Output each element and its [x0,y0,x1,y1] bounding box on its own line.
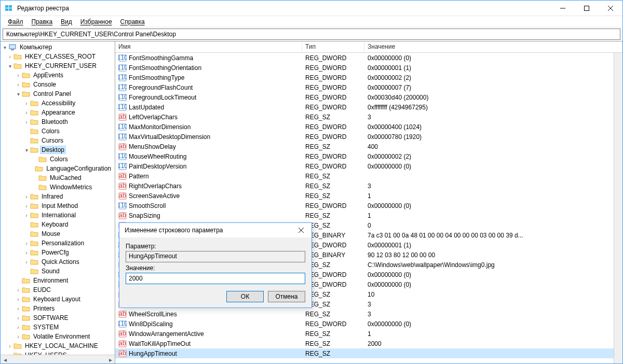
tree-item[interactable]: Colors [1,155,115,164]
tree-pane[interactable]: ▾Компьютер›HKEY_CLASSES_ROOT▾HKEY_CURREN… [1,41,115,363]
list-row[interactable]: 110ForegroundLockTimeoutREG_DWORD0x00030… [115,92,622,102]
list-row[interactable]: 110FontSmoothingTypeREG_DWORD0x00000002 … [115,73,622,82]
tree-item[interactable]: ›SYSTEM [1,323,115,332]
tree-item[interactable]: ›Accessibility [1,99,115,108]
list-row[interactable]: 110MaxVirtualDesktopDimensionREG_DWORD0x… [115,132,622,142]
chevron-right-icon[interactable]: › [23,259,30,265]
chevron-right-icon[interactable]: › [23,213,30,218]
list-row[interactable]: abPatternREG_SZ [115,171,622,181]
list-row[interactable]: 110LastUpdatedREG_DWORD0xffffffff (42949… [115,102,622,112]
tree-item[interactable]: ›HKEY_CLASSES_ROOT [1,52,115,61]
tree-item[interactable]: Sound [1,267,115,276]
dialog-close-button[interactable] [291,223,312,237]
chevron-right-icon[interactable]: › [15,82,21,88]
chevron-right-icon[interactable]: › [15,315,21,321]
list-row[interactable]: abWindowArrangementActiveREG_SZ1 [115,329,622,339]
close-button[interactable] [599,1,622,16]
tree-item[interactable]: LanguageConfiguration [1,164,115,173]
list-row[interactable]: abHungAppTimeoutREG_SZ [115,348,622,358]
list-pane[interactable]: Имя Тип Значение 110FontSmoothingGammaRE… [115,41,622,363]
header-value[interactable]: Значение [364,41,622,52]
minimize-button[interactable] [551,1,575,16]
chevron-right-icon[interactable]: › [15,334,21,340]
tree-item[interactable]: ›SOFTWARE [1,313,115,323]
tree-item[interactable]: Keyboard [1,220,115,229]
cancel-button[interactable]: Отмена [268,291,305,302]
menu-help[interactable]: Справка [117,17,148,26]
list-row[interactable]: 110ForegroundFlashCountREG_DWORD0x000000… [115,82,622,92]
chevron-down-icon[interactable]: ▾ [15,91,21,97]
tree-item[interactable]: ▾Control Panel [1,89,115,99]
tree-item[interactable]: Mouse [1,229,115,239]
list-row[interactable]: abSnapSizingREG_SZ1 [115,211,622,220]
chevron-right-icon[interactable]: › [23,250,30,256]
chevron-right-icon[interactable]: › [7,54,13,60]
chevron-right-icon[interactable]: › [15,73,21,78]
tree-item[interactable]: Environment [1,276,115,285]
tree-item[interactable]: ▾HKEY_CURRENT_USER [1,61,115,71]
chevron-down-icon[interactable]: ▾ [7,63,13,69]
chevron-right-icon[interactable]: › [23,194,30,200]
list-row[interactable]: abWaitToKillAppTimeOutREG_SZ2000 [115,339,622,348]
scroll-right-icon[interactable]: ▸ [106,355,115,363]
chevron-down-icon[interactable]: ▾ [23,147,30,153]
list-row[interactable]: 110PaintDesktopVersionREG_DWORD0x0000000… [115,161,622,171]
ok-button[interactable]: ОК [226,291,264,302]
list-row[interactable]: abLeftOverlapCharsREG_SZ3 [115,112,622,122]
chevron-right-icon[interactable]: › [23,119,30,125]
list-row[interactable]: 110Win8DpiScalingREG_DWORD0x00000000 (0) [115,319,622,329]
list-row[interactable]: abMenuShowDelayREG_SZ400 [115,142,622,151]
chevron-right-icon[interactable]: › [7,343,13,349]
tree-item[interactable]: Cursors [1,136,115,145]
list-row[interactable]: 110SmoothScrollREG_DWORD0x00000000 (0) [115,201,622,211]
tree-item[interactable]: MuiCached [1,173,115,183]
tree-hscroll[interactable]: ◂ ▸ [1,355,115,363]
chevron-right-icon[interactable]: › [23,101,30,106]
chevron-right-icon[interactable]: › [15,306,21,312]
list-row[interactable]: 110MaxMonitorDimensionREG_DWORD0x0000040… [115,122,622,132]
tree-item[interactable]: ›Infrared [1,192,115,201]
tree-item[interactable]: ›Volatile Environment [1,332,115,341]
value-input[interactable] [126,273,305,284]
chevron-right-icon[interactable]: › [15,325,21,330]
chevron-right-icon[interactable]: › [23,203,30,209]
list-row[interactable]: abWheelScrollLinesREG_SZ3 [115,309,622,319]
menu-view[interactable]: Вид [58,17,75,26]
tree-item[interactable]: ›Appearance [1,108,115,117]
menu-edit[interactable]: Правка [29,17,56,26]
chevron-right-icon[interactable]: › [23,110,30,116]
tree-item[interactable]: ›Console [1,80,115,89]
tree-item[interactable]: WindowMetrics [1,183,115,192]
tree-item[interactable]: ▾Desktop [1,145,115,155]
tree-item[interactable]: ›Keyboard Layout [1,295,115,304]
menu-file[interactable]: Файл [5,17,26,26]
chevron-right-icon[interactable]: › [15,287,21,293]
tree-item[interactable]: ›International [1,211,115,220]
list-row[interactable]: 110FontSmoothingGammaREG_DWORD0x00000000… [115,53,622,63]
tree-item[interactable]: Colors [1,127,115,136]
scroll-left-icon[interactable]: ◂ [1,355,9,363]
tree-item[interactable]: ▾Компьютер [1,43,115,52]
tree-item[interactable]: ›HKEY_LOCAL_MACHINE [1,341,115,351]
header-name[interactable]: Имя [115,41,302,52]
chevron-down-icon[interactable]: ▾ [2,45,8,50]
address-bar[interactable]: Компьютер\HKEY_CURRENT_USER\Control Pane… [3,29,620,40]
list-row[interactable]: 110MouseWheelRoutingREG_DWORD0x00000002 … [115,151,622,161]
chevron-right-icon[interactable]: › [15,297,21,302]
header-type[interactable]: Тип [302,41,364,52]
tree-item[interactable]: ›Personalization [1,239,115,248]
tree-item[interactable]: ›Bluetooth [1,117,115,127]
list-row[interactable]: abScreenSaveActiveREG_SZ1 [115,191,622,201]
list-row[interactable]: 110FontSmoothingOrientationREG_DWORD0x00… [115,63,622,73]
tree-item[interactable]: ›Printers [1,304,115,313]
maximize-button[interactable] [575,1,599,16]
tree-item[interactable]: ›Quick Actions [1,257,115,267]
list-row[interactable]: abRightOverlapCharsREG_SZ3 [115,181,622,191]
list-vscroll[interactable] [614,53,622,363]
dialog-titlebar[interactable]: Изменение строкового параметра [119,223,312,237]
tree-item[interactable]: ›PowerCfg [1,248,115,257]
chevron-right-icon[interactable]: › [23,241,30,246]
tree-item[interactable]: ›Input Method [1,201,115,211]
tree-item[interactable]: ›EUDC [1,285,115,295]
tree-item[interactable]: ›AppEvents [1,71,115,80]
